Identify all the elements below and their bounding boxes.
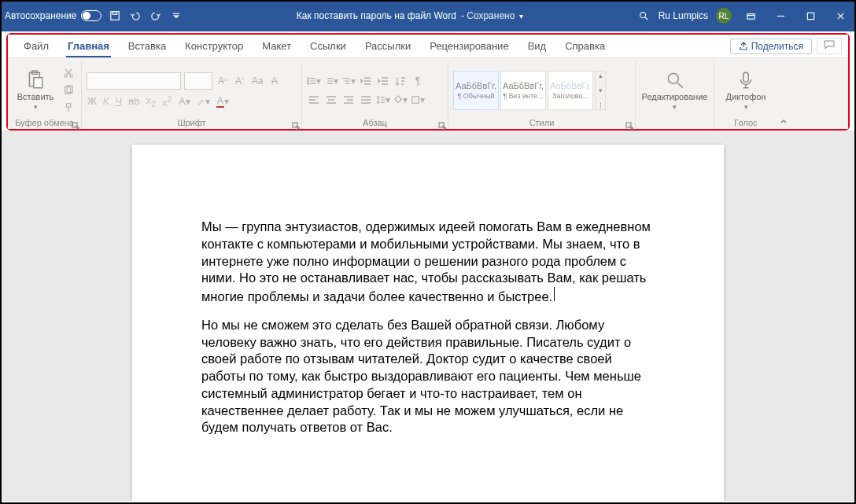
ribbon-body: Вставить ▾ Буфер обмена A^	[8, 58, 848, 129]
svg-rect-7	[34, 78, 42, 88]
document-area[interactable]: Мы — группа энтузиастов, одержимых идеей…	[0, 131, 856, 501]
shading-icon[interactable]: ▾	[393, 93, 408, 107]
text-cursor	[554, 287, 555, 301]
grow-font-icon[interactable]: A^	[216, 74, 230, 88]
tab-view[interactable]: Вид	[518, 35, 556, 57]
decrease-indent-icon[interactable]	[359, 74, 373, 88]
svg-rect-0	[111, 12, 120, 20]
group-paragraph: ▾ ▾ ▾ ¶ ▾ ▾ ▾	[302, 61, 448, 129]
dictate-button[interactable]: Диктофон ▾	[723, 63, 769, 118]
dialog-launcher-icon[interactable]	[438, 119, 446, 127]
change-case-icon[interactable]: Aa	[250, 74, 264, 88]
svg-point-9	[70, 75, 73, 78]
paragraph-text: Но мы не сможем это сделать без Вашей об…	[201, 317, 655, 436]
copy-icon[interactable]	[61, 83, 76, 97]
minimize-icon[interactable]	[769, 5, 791, 27]
bold-button[interactable]: Ж	[87, 95, 98, 107]
document-title: Как поставить пароль на файл Word	[297, 10, 456, 21]
italic-button[interactable]: К	[102, 95, 110, 107]
text-effects-icon[interactable]: A▾	[178, 94, 192, 109]
ribbon-highlight: Файл Главная Вставка Конструктор Макет С…	[6, 33, 850, 131]
tab-help[interactable]: Справка	[555, 35, 614, 57]
align-left-icon[interactable]	[307, 93, 321, 107]
justify-icon[interactable]	[359, 93, 373, 107]
group-label	[640, 118, 709, 129]
autosave-label: Автосохранение	[5, 10, 76, 21]
qat-customize-icon[interactable]	[169, 9, 183, 23]
style-nospacing[interactable]: АаБбВвГг, ¶ Без инте...	[500, 71, 546, 110]
multilevel-icon[interactable]: ▾	[341, 74, 356, 88]
style-heading1[interactable]: АаБбВвГг, Заголово...	[548, 71, 593, 110]
close-icon[interactable]	[829, 5, 851, 27]
subscript-button[interactable]: x2	[146, 94, 157, 109]
group-label: Абзац	[307, 118, 443, 129]
toggle-off-icon	[81, 10, 101, 21]
group-voice: Диктофон ▾ Голос	[714, 61, 777, 129]
increase-indent-icon[interactable]	[376, 74, 390, 88]
svg-rect-18	[412, 97, 419, 104]
tab-home[interactable]: Главная	[58, 35, 119, 57]
tab-design[interactable]: Конструктор	[175, 35, 253, 57]
font-name-combo[interactable]	[87, 72, 181, 90]
align-center-icon[interactable]	[324, 93, 338, 107]
svg-rect-22	[743, 72, 749, 82]
cut-icon[interactable]	[61, 66, 76, 80]
comment-icon	[824, 40, 835, 50]
pilcrow-icon[interactable]: ¶	[411, 74, 425, 88]
styles-gallery-more[interactable]: ▴▾⁞	[595, 71, 606, 110]
bullets-icon[interactable]: ▾	[307, 74, 321, 88]
tab-mailings[interactable]: Рассылки	[356, 35, 420, 57]
chevron-down-icon[interactable]: ▾	[519, 12, 523, 20]
redo-icon[interactable]	[149, 9, 163, 23]
font-size-combo[interactable]	[184, 72, 212, 90]
tab-insert[interactable]: Вставка	[119, 35, 175, 57]
avatar[interactable]: RL	[716, 8, 732, 24]
ribbon-display-icon[interactable]	[740, 5, 762, 27]
tab-file[interactable]: Файл	[14, 35, 58, 57]
svg-point-2	[640, 13, 645, 18]
comments-button[interactable]	[817, 38, 842, 54]
svg-rect-1	[113, 12, 117, 15]
format-painter-icon[interactable]	[61, 101, 76, 115]
dialog-launcher-icon[interactable]	[625, 119, 633, 127]
svg-rect-3	[747, 13, 754, 18]
svg-point-21	[668, 73, 678, 83]
font-color-icon[interactable]: A▾	[216, 94, 230, 109]
shrink-font-icon[interactable]: A˅	[233, 74, 247, 88]
tab-references[interactable]: Ссылки	[301, 35, 356, 57]
maximize-icon[interactable]	[799, 5, 821, 27]
dialog-launcher-icon[interactable]	[72, 119, 79, 127]
undo-icon[interactable]	[128, 9, 142, 23]
search-icon	[665, 70, 685, 90]
username[interactable]: Ru Lumpics	[659, 10, 708, 21]
borders-icon[interactable]: ▾	[411, 93, 425, 107]
underline-button[interactable]: Ч	[114, 95, 123, 107]
search-icon[interactable]	[636, 9, 651, 23]
page[interactable]: Мы — группа энтузиастов, одержимых идеей…	[132, 145, 724, 501]
style-normal[interactable]: АаБбВвГг, ¶ Обычный	[453, 71, 499, 110]
save-icon[interactable]	[108, 9, 122, 23]
numbering-icon[interactable]: ▾	[324, 74, 338, 88]
editing-button[interactable]: Редактирование ▾	[652, 63, 698, 118]
superscript-button[interactable]: x2	[161, 94, 173, 109]
dialog-launcher-icon[interactable]	[292, 119, 300, 127]
paste-button[interactable]: Вставить ▾	[13, 63, 58, 118]
chevron-down-icon: ▾	[744, 103, 748, 111]
group-label: Шрифт	[87, 118, 297, 129]
share-button[interactable]: Поделиться	[730, 39, 812, 54]
tab-layout[interactable]: Макет	[253, 35, 301, 57]
group-font: A^ A˅ Aa A Ж К Ч ab x2 x2 A▾ ▾ A▾	[82, 61, 302, 129]
autosave-toggle[interactable]: Автосохранение	[5, 10, 101, 21]
clear-format-icon[interactable]: A	[268, 74, 282, 88]
chevron-down-icon: ▾	[34, 103, 38, 111]
line-spacing-icon[interactable]: ▾	[376, 93, 390, 107]
tab-review[interactable]: Рецензирование	[420, 35, 518, 57]
sort-icon[interactable]	[393, 74, 408, 88]
share-icon	[739, 42, 748, 51]
group-label: Стили	[453, 118, 630, 129]
align-right-icon[interactable]	[341, 93, 356, 107]
highlight-icon[interactable]: ▾	[197, 94, 211, 109]
collapse-ribbon-icon[interactable]	[777, 118, 790, 129]
strike-button[interactable]: ab	[127, 95, 140, 107]
svg-rect-4	[807, 13, 814, 19]
